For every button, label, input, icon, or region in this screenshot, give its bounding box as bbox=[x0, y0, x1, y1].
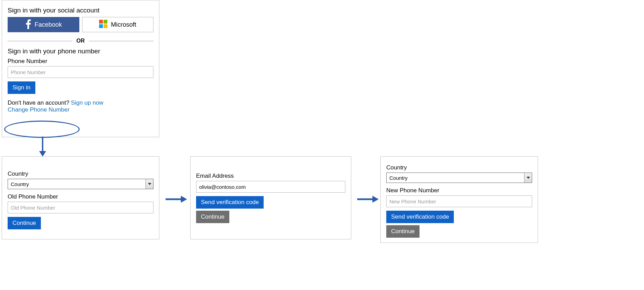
signup-prompt: Don't have an account? Sign up now bbox=[8, 99, 153, 106]
old-phone-input[interactable] bbox=[8, 202, 153, 213]
send-code-button-step2[interactable]: Send verification code bbox=[196, 196, 264, 209]
old-phone-label: Old Phone Number bbox=[8, 193, 153, 200]
step3-panel: Country Country New Phone Number Send ve… bbox=[380, 156, 538, 243]
svg-marker-8 bbox=[181, 196, 187, 203]
microsoft-icon bbox=[99, 20, 107, 30]
social-heading: Sign in with your social account bbox=[8, 7, 153, 14]
step1-panel: Country Country Old Phone Number Continu… bbox=[2, 156, 159, 239]
new-phone-label: New Phone Number bbox=[386, 187, 532, 194]
change-phone-row: Change Phone Number bbox=[8, 106, 153, 113]
svg-rect-2 bbox=[99, 24, 103, 28]
svg-marker-10 bbox=[372, 196, 379, 203]
facebook-button[interactable]: Facebook bbox=[8, 17, 79, 32]
phone-number-input[interactable] bbox=[8, 66, 153, 78]
svg-rect-3 bbox=[104, 24, 107, 28]
facebook-icon bbox=[25, 19, 31, 31]
continue-button-step3[interactable]: Continue bbox=[386, 225, 420, 238]
step2-panel: Email Address Send verification code Con… bbox=[190, 156, 351, 239]
country-select-step3[interactable]: Country bbox=[386, 173, 532, 183]
country-label-step3: Country bbox=[386, 164, 532, 171]
microsoft-button[interactable]: Microsoft bbox=[82, 17, 154, 32]
country-label: Country bbox=[8, 170, 153, 177]
svg-rect-0 bbox=[99, 20, 103, 24]
continue-button-step1[interactable]: Continue bbox=[8, 217, 41, 229]
phone-number-label: Phone Number bbox=[8, 58, 153, 65]
new-phone-input[interactable] bbox=[386, 195, 532, 207]
email-label: Email Address bbox=[196, 173, 345, 179]
microsoft-label: Microsoft bbox=[111, 21, 136, 28]
phone-heading: Sign in with your phone number bbox=[8, 47, 153, 55]
flow-arrow-2-3 bbox=[357, 194, 379, 204]
no-account-text: Don't have an account? bbox=[8, 99, 69, 106]
or-divider: OR bbox=[8, 38, 153, 44]
svg-marker-5 bbox=[39, 151, 46, 157]
facebook-label: Facebook bbox=[35, 21, 62, 28]
signin-panel: Sign in with your social account Faceboo… bbox=[2, 0, 159, 137]
svg-rect-1 bbox=[104, 20, 107, 24]
continue-button-step2[interactable]: Continue bbox=[196, 211, 229, 223]
send-code-button-step3[interactable]: Send verification code bbox=[386, 211, 454, 223]
signup-link[interactable]: Sign up now bbox=[71, 99, 104, 106]
or-label: OR bbox=[72, 38, 89, 44]
country-select[interactable]: Country bbox=[8, 179, 153, 189]
flow-arrow-down bbox=[37, 137, 48, 157]
email-input[interactable] bbox=[196, 181, 345, 193]
signin-button[interactable]: Sign in bbox=[8, 81, 35, 94]
social-buttons-row: Facebook Microsoft bbox=[8, 17, 153, 32]
flow-arrow-1-2 bbox=[166, 194, 187, 204]
change-phone-link[interactable]: Change Phone Number bbox=[8, 106, 70, 113]
